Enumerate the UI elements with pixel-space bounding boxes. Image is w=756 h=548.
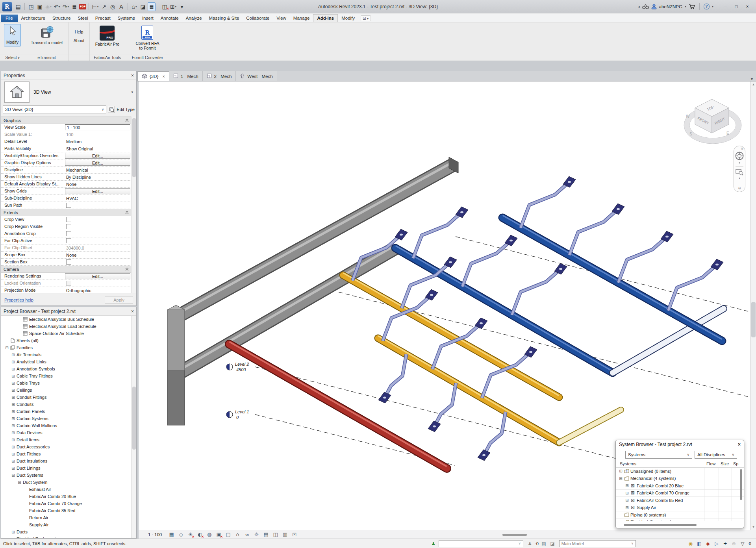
about-button[interactable]: About xyxy=(74,38,84,43)
unlocked-3d-view-icon[interactable]: ⌂ xyxy=(233,531,242,538)
branch-duct[interactable] xyxy=(618,231,673,283)
worksharing-display-icon[interactable]: ◫ xyxy=(271,531,280,538)
tree-expander-icon[interactable]: ⊞ xyxy=(11,431,16,435)
type-selector[interactable]: 3D View ▾ xyxy=(1,80,136,104)
view-list-caret-icon[interactable]: ▼ xyxy=(750,77,756,81)
tree-item[interactable]: ⊞Duct Accessories xyxy=(1,443,131,450)
property-value[interactable]: Edit... xyxy=(64,188,131,194)
property-row[interactable]: Scale Value 1:100 xyxy=(1,131,131,138)
active-workset-dropdown[interactable]: ∨ xyxy=(439,540,523,547)
exclude-options-icon[interactable]: ◧ xyxy=(696,541,703,546)
wheel-caret-icon[interactable]: ▾ xyxy=(739,161,740,165)
detail-level-icon[interactable]: ▦ xyxy=(167,531,176,538)
property-value[interactable] xyxy=(64,230,131,237)
system-browser-header[interactable]: System Browser - Test project 2.rvt × xyxy=(616,440,744,449)
property-row[interactable]: View Scale1 : 100 xyxy=(1,124,131,131)
tree-expander-icon[interactable]: ⊞ xyxy=(11,459,16,463)
property-value[interactable]: None xyxy=(64,181,131,187)
aligned-dimension-icon[interactable]: ⊢▾ xyxy=(91,2,99,11)
save-icon[interactable]: ▣ xyxy=(36,2,44,11)
property-value[interactable]: Show Original xyxy=(64,145,131,152)
ribbon-tab-manage[interactable]: Manage xyxy=(290,15,313,22)
navbar-close-icon[interactable]: ⊗ xyxy=(741,147,743,150)
properties-section-header[interactable]: Camera xyxy=(1,266,131,273)
customize-qat-icon[interactable]: ▾ xyxy=(178,2,186,11)
branch-ducts-and-diffusers[interactable] xyxy=(352,176,723,461)
ribbon-tab-steel[interactable]: Steel xyxy=(74,15,92,22)
tree-expander-icon[interactable]: ⊞ xyxy=(11,445,16,449)
sync-with-central-icon[interactable]: ◈▾ xyxy=(44,2,52,11)
thin-lines-icon[interactable]: ≣ xyxy=(148,2,156,11)
tree-item[interactable]: ⊞Curtain Systems xyxy=(1,415,131,422)
panel-footer-formit-converter[interactable]: FormIt Converter xyxy=(125,54,170,61)
convert-rfa-button[interactable]: R RFA Convert RFAto FormIt xyxy=(133,24,161,52)
open-icon[interactable]: ◳ xyxy=(27,2,35,11)
edit-button[interactable]: Edit... xyxy=(65,153,130,159)
apply-button[interactable]: Apply xyxy=(105,296,133,304)
scroll-down-icon[interactable]: ▼ xyxy=(750,524,756,530)
link-status-icon[interactable]: ◪ xyxy=(549,541,556,546)
tree-expander-icon[interactable]: ⊞ xyxy=(11,381,16,385)
default-3d-view-icon[interactable]: ⌂▾ xyxy=(130,2,138,11)
snaps-icon[interactable]: ⊛ xyxy=(730,541,737,546)
duct-riser-column[interactable] xyxy=(167,305,185,425)
modify-options-icon[interactable]: ⊡▾ xyxy=(361,15,371,21)
tree-item[interactable]: ⊞Data Devices xyxy=(1,429,131,436)
tag-by-category-icon[interactable]: ◎ xyxy=(109,2,117,11)
level-2-tag[interactable]: Level 2 4500 xyxy=(226,362,249,372)
property-value[interactable] xyxy=(64,216,131,223)
column-header-size[interactable]: Size xyxy=(721,461,729,466)
branch-duct[interactable] xyxy=(428,383,456,432)
view-tab-1-mech[interactable]: 1 - Mech xyxy=(169,71,203,81)
system-tree-item[interactable]: ⊞?Unassigned (0 items) xyxy=(616,468,744,475)
system-tree-item[interactable]: Electrical (0 systems) xyxy=(616,519,744,522)
help-button[interactable]: Help xyxy=(74,30,84,34)
help-icon[interactable]: ? xyxy=(704,4,710,9)
ribbon-tab-systems[interactable]: Systems xyxy=(114,15,139,22)
tree-expander-icon[interactable]: ⊞ xyxy=(624,498,630,502)
property-row[interactable]: DisciplineMechanical xyxy=(1,167,131,174)
property-value[interactable]: Edit... xyxy=(64,152,131,159)
ribbon-tab-add-ins[interactable]: Add-Ins xyxy=(313,14,338,22)
checkbox[interactable] xyxy=(66,259,71,265)
scroll-thumb[interactable] xyxy=(751,302,756,337)
tree-expander-icon[interactable]: ⊟ xyxy=(4,346,9,350)
checkbox[interactable] xyxy=(66,224,71,229)
tree-expander-icon[interactable]: ⊞ xyxy=(11,374,16,378)
tree-expander-icon[interactable]: ⊞ xyxy=(11,367,16,371)
tree-item[interactable]: ⊞Cable Trays xyxy=(1,380,131,387)
panel-footer-etransmit[interactable]: eTransmit xyxy=(25,54,68,61)
checkbox[interactable] xyxy=(66,217,71,222)
app-store-cart-icon[interactable] xyxy=(689,4,695,9)
property-row[interactable]: Sun Path xyxy=(1,202,131,209)
collapse-chevron-icon[interactable] xyxy=(125,118,129,122)
text-icon[interactable]: A xyxy=(117,2,125,11)
design-options-dropdown[interactable]: Main Model∨ xyxy=(559,540,636,547)
canvas-vertical-scrollbar[interactable]: ▲ ▼ xyxy=(750,81,756,530)
tree-item[interactable]: ⊟Duct Systems xyxy=(1,472,131,479)
crop-view-off-icon[interactable]: ▣× xyxy=(215,531,223,538)
tree-item[interactable]: ⊞Duct Fittings xyxy=(1,450,131,457)
tree-item[interactable]: ⊞Cable Tray Fittings xyxy=(1,372,131,380)
ribbon-tab-precast[interactable]: Precast xyxy=(92,15,114,22)
tree-expander-icon[interactable]: ⊟ xyxy=(618,476,623,481)
tree-item[interactable]: ⊞Curtain Wall Mullions xyxy=(1,422,131,429)
ribbon-tab-analyze[interactable]: Analyze xyxy=(182,15,206,22)
canvas-horizontal-scroll-thumb[interactable] xyxy=(502,534,527,536)
redo-icon[interactable]: ↷▾ xyxy=(62,2,70,11)
section-icon[interactable]: ◪ xyxy=(139,2,147,11)
property-value[interactable]: None xyxy=(64,252,131,258)
value-input[interactable]: 1 : 100 xyxy=(65,124,130,130)
checkbox[interactable] xyxy=(66,231,71,236)
tree-item[interactable]: ⊞Electrical Equipment xyxy=(1,535,131,538)
ribbon-tab-file[interactable]: File xyxy=(1,15,18,22)
property-row[interactable]: Far Clip Active xyxy=(1,237,131,244)
property-value[interactable] xyxy=(64,223,131,230)
tree-expander-icon[interactable]: ⊞ xyxy=(11,388,16,392)
system-browser-close-icon[interactable]: × xyxy=(738,442,741,447)
navbar-collapse-icon[interactable]: ⊖ xyxy=(738,186,741,190)
close-inactive-views-icon[interactable]: ◫× xyxy=(161,2,169,11)
undo-icon[interactable]: ↶▾ xyxy=(53,2,61,11)
property-row[interactable]: Rendering SettingsEdit... xyxy=(1,273,131,280)
zoom-icon[interactable] xyxy=(735,168,744,176)
